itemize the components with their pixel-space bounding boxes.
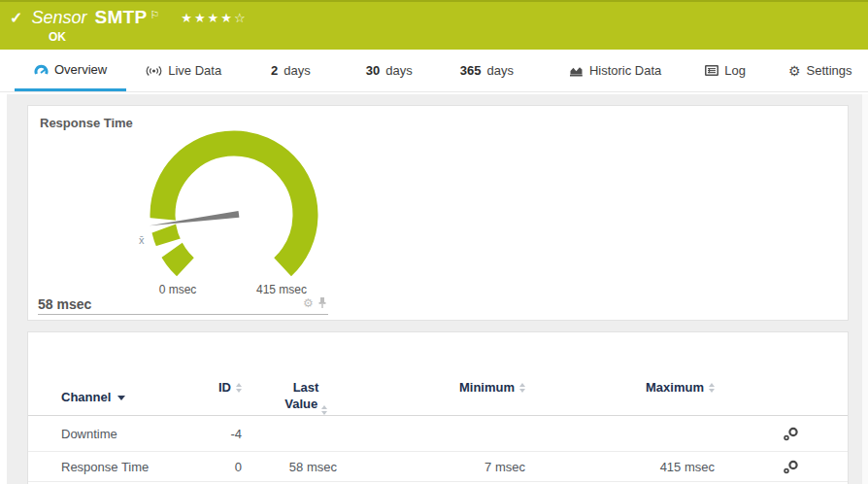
column-header-minimum[interactable]: Minimum — [337, 379, 525, 415]
area-chart-icon — [569, 65, 584, 77]
cell-id: -4 — [207, 427, 242, 441]
tab-historic-data[interactable]: Historic Data — [550, 50, 681, 91]
tab-365-days[interactable]: 365 days — [441, 50, 533, 91]
column-header-actions — [715, 379, 848, 415]
column-header-channel[interactable]: Channel — [61, 379, 207, 415]
prtg-sensor-page: ✓ Sensor SMTP ⚐ ★★★★☆ OK Overview Live — [0, 0, 868, 484]
gear-icon[interactable]: ⚙ — [303, 297, 314, 309]
gauge-footer-divider — [38, 314, 328, 315]
gauge-ring — [163, 143, 306, 266]
tab-label: Log — [724, 63, 746, 78]
sensor-title-row: ✓ Sensor SMTP ⚐ ★★★★☆ — [0, 2, 868, 28]
cell-actions — [715, 427, 848, 441]
tab-log[interactable]: Log — [685, 50, 765, 91]
gauge-max-label: 415 msec — [248, 283, 316, 296]
tab-number: 30 — [366, 63, 380, 78]
cell-minimum: 7 msec — [337, 460, 525, 474]
cell-last-value: 58 msec — [242, 460, 337, 474]
column-label: Last Value — [284, 380, 318, 411]
tab-label: Historic Data — [589, 63, 661, 78]
overview-gauge-panel: Response Time x̄ 0 msec 415 msec — [27, 105, 849, 321]
column-label: Channel — [61, 389, 111, 405]
channels-table-panel: Channel ID Last Value Minimum Maximum — [27, 331, 849, 484]
tab-overview[interactable]: Overview — [15, 50, 126, 91]
priority-stars[interactable]: ★★★★☆ — [181, 11, 247, 25]
mean-marker-label: x̄ — [139, 234, 145, 246]
tab-bar: Overview Live Data 2 days 30 days 365 da… — [0, 50, 868, 92]
sensor-header: ✓ Sensor SMTP ⚐ ★★★★☆ OK — [0, 0, 868, 50]
column-label: Minimum — [459, 379, 515, 396]
channel-settings-icon[interactable] — [783, 427, 799, 441]
table-row[interactable]: Response Time 0 58 msec 7 msec 415 msec — [28, 452, 848, 482]
star-empty: ☆ — [234, 11, 248, 25]
flag-icon[interactable]: ⚐ — [150, 9, 159, 21]
channel-settings-icon[interactable] — [783, 460, 799, 474]
cell-id: 0 — [207, 460, 242, 474]
tab-live-data[interactable]: Live Data — [126, 50, 241, 91]
gauge-min-label: 0 msec — [149, 283, 207, 296]
tab-number: 365 — [460, 63, 482, 78]
table-row[interactable]: Downtime -4 — [28, 416, 848, 452]
live-icon — [146, 65, 162, 77]
cell-actions — [715, 460, 848, 474]
tab-settings[interactable]: ⚙ Settings — [769, 50, 868, 91]
gear-icon: ⚙ — [788, 64, 801, 78]
response-time-gauge — [28, 106, 358, 286]
content-area: Response Time x̄ 0 msec 415 msec — [0, 94, 868, 484]
tab-label: days — [284, 63, 310, 78]
pin-icon[interactable] — [317, 296, 327, 309]
cell-maximum: 415 msec — [525, 460, 715, 474]
tab-label: days — [486, 63, 513, 78]
cell-channel[interactable]: Response Time — [61, 460, 207, 474]
sensor-name: SMTP — [94, 7, 147, 28]
tab-label: Settings — [807, 63, 852, 78]
cell-channel[interactable]: Downtime — [61, 427, 207, 441]
sensor-status-badge: OK — [49, 30, 868, 44]
sort-descending-icon — [117, 396, 125, 400]
column-header-last-value[interactable]: Last Value — [242, 379, 337, 415]
column-label: ID — [218, 379, 231, 396]
stars-filled: ★★★★ — [181, 11, 234, 25]
tab-label: Live Data — [168, 63, 221, 78]
table-header-row: Channel ID Last Value Minimum Maximum — [28, 332, 848, 416]
tab-label: Overview — [54, 62, 107, 77]
gauge-tools: ⚙ — [303, 296, 327, 309]
gauge-icon — [34, 63, 49, 76]
sensor-title-prefix: Sensor — [31, 8, 86, 28]
column-label: Maximum — [646, 379, 704, 396]
ok-check-icon: ✓ — [10, 9, 22, 27]
tab-number: 2 — [271, 63, 278, 78]
gauge-current-value: 58 msec — [38, 296, 91, 312]
sort-toggle-icon — [321, 405, 327, 415]
log-icon — [705, 65, 718, 76]
tab-2-days[interactable]: 2 days — [251, 50, 330, 91]
tab-30-days[interactable]: 30 days — [347, 50, 432, 91]
tab-label: days — [385, 63, 412, 78]
column-header-id[interactable]: ID — [207, 379, 242, 415]
column-header-maximum[interactable]: Maximum — [525, 379, 715, 415]
